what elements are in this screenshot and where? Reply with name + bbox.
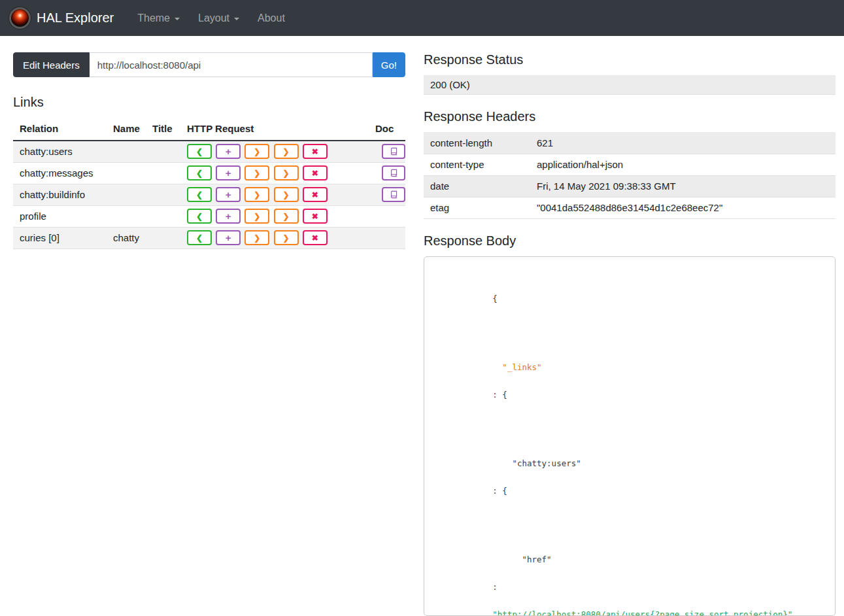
- response-body-panel: { "_links" : { "chatty:users": [424, 256, 836, 616]
- code-token: "http://localhost:8080/api/users{?page,s…: [492, 609, 792, 616]
- patch-button[interactable]: ❯: [274, 230, 299, 245]
- http-method-glyph: ❯: [282, 191, 289, 199]
- http-method-glyph: +: [226, 211, 231, 221]
- http-method-glyph: ✖: [312, 213, 318, 220]
- post-button[interactable]: +: [216, 187, 241, 202]
- patch-button[interactable]: ❯: [274, 144, 299, 159]
- http-method-glyph: ❯: [254, 234, 260, 242]
- http-request-cell: ❮ + ❯: [187, 141, 375, 162]
- response-headers-title: Response Headers: [424, 109, 836, 124]
- name-cell: [113, 162, 152, 184]
- header-key: content-type: [424, 154, 530, 175]
- link-row: chatty:messages ❮ +: [13, 162, 405, 184]
- doc-button[interactable]: [382, 144, 405, 159]
- nav-item-label: About: [258, 12, 285, 24]
- http-method-glyph: ❯: [282, 169, 289, 177]
- code-token: "href": [492, 555, 551, 564]
- http-method-glyph: +: [226, 190, 231, 199]
- edit-headers-button[interactable]: Edit Headers: [13, 52, 90, 77]
- relation-cell: chatty:users: [13, 141, 113, 162]
- http-method-glyph: ✖: [312, 191, 318, 199]
- response-body-title: Response Body: [424, 233, 836, 248]
- get-button[interactable]: ❮: [187, 187, 212, 202]
- doc-cell: [375, 162, 405, 184]
- http-method-glyph: +: [226, 146, 231, 156]
- links-table: Relation Name Title HTTP Request Doc cha…: [13, 118, 405, 249]
- code-token: "chatty:users": [492, 458, 581, 468]
- post-button[interactable]: +: [216, 230, 241, 245]
- header-key: etag: [424, 197, 530, 218]
- post-button[interactable]: +: [216, 209, 241, 224]
- header-value: 621: [530, 132, 836, 154]
- links-header-row: Relation Name Title HTTP Request Doc: [13, 118, 405, 141]
- main-content: Edit Headers Go! Links Relation Name Tit…: [0, 36, 844, 616]
- put-button[interactable]: ❯: [245, 187, 269, 202]
- put-button[interactable]: ❯: [245, 144, 269, 159]
- patch-button[interactable]: ❯: [274, 165, 299, 180]
- put-button[interactable]: ❯: [245, 165, 269, 180]
- http-method-glyph: ✖: [312, 148, 318, 156]
- response-header-row: date Fri, 14 May 2021 09:38:33 GMT: [424, 175, 836, 197]
- code-token: :: [492, 582, 502, 592]
- links-table-body: chatty:users ❮ +: [13, 141, 405, 248]
- get-button[interactable]: ❮: [187, 144, 212, 159]
- name-cell: [113, 141, 152, 162]
- url-input[interactable]: [90, 52, 373, 77]
- http-method-glyph: ❯: [282, 213, 289, 220]
- name-cell: chatty: [113, 227, 152, 248]
- get-button[interactable]: ❮: [187, 230, 212, 245]
- response-headers-table: content-length 621 content-type applicat…: [424, 132, 836, 219]
- title-cell: [152, 205, 187, 227]
- http-method-glyph: ❯: [282, 148, 289, 156]
- http-method-glyph: ❯: [254, 191, 260, 199]
- nav-item-layout[interactable]: Layout: [189, 7, 248, 29]
- delete-button[interactable]: ✖: [303, 165, 328, 180]
- book-icon: [390, 169, 398, 177]
- http-method-glyph: ❯: [282, 234, 289, 242]
- http-method-glyph: ❯: [254, 169, 260, 177]
- title-cell: [152, 227, 187, 248]
- header-key: content-length: [424, 132, 530, 154]
- put-button[interactable]: ❯: [245, 209, 269, 224]
- http-method-glyph: +: [226, 168, 231, 178]
- relation-cell: curies [0]: [13, 227, 113, 248]
- post-button[interactable]: +: [216, 144, 241, 159]
- title-cell: [152, 141, 187, 162]
- book-icon: [390, 147, 398, 156]
- delete-button[interactable]: ✖: [303, 187, 328, 202]
- title-cell: [152, 184, 187, 205]
- left-column: Edit Headers Go! Links Relation Name Tit…: [13, 52, 405, 616]
- brand-link[interactable]: HAL Explorer: [9, 7, 128, 29]
- doc-button[interactable]: [382, 187, 405, 202]
- http-method-glyph: ❮: [196, 191, 203, 199]
- patch-button[interactable]: ❯: [274, 209, 299, 224]
- chevron-down-icon: [175, 18, 180, 20]
- delete-button[interactable]: ✖: [303, 144, 328, 159]
- relation-cell: profile: [13, 205, 113, 227]
- http-method-glyph: ❯: [254, 213, 260, 220]
- http-request-cell: ❮ + ❯: [187, 205, 375, 227]
- http-method-glyph: +: [226, 233, 231, 243]
- name-cell: [113, 205, 152, 227]
- code-token: : {: [492, 486, 507, 496]
- patch-button[interactable]: ❯: [274, 187, 299, 202]
- post-button[interactable]: +: [216, 165, 241, 180]
- request-bar: Edit Headers Go!: [13, 52, 405, 77]
- go-button[interactable]: Go!: [373, 52, 405, 77]
- column-header-relation: Relation: [13, 118, 113, 141]
- http-method-glyph: ❮: [196, 148, 203, 156]
- get-button[interactable]: ❮: [187, 165, 212, 180]
- doc-button[interactable]: [382, 165, 405, 180]
- put-button[interactable]: ❯: [245, 230, 269, 245]
- delete-button[interactable]: ✖: [303, 209, 328, 224]
- book-icon: [390, 190, 398, 199]
- get-button[interactable]: ❮: [187, 209, 212, 224]
- delete-button[interactable]: ✖: [303, 230, 328, 245]
- response-header-row: etag "0041da552488d86e31454d1c2e68eec72": [424, 197, 836, 218]
- link-row: profile ❮ +: [13, 205, 405, 227]
- column-header-doc: Doc: [375, 118, 405, 141]
- nav-item-about[interactable]: About: [248, 7, 304, 29]
- http-method-glyph: ❮: [196, 169, 203, 177]
- nav-item-theme[interactable]: Theme: [128, 7, 189, 29]
- right-column: Response Status 200 (OK) Response Header…: [424, 52, 836, 616]
